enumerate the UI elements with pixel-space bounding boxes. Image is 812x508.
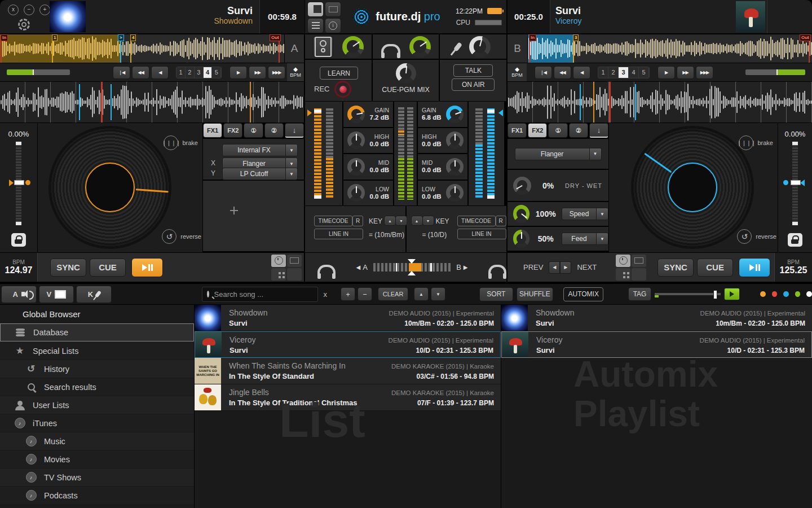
- deck-a-progress-bar[interactable]: [7, 69, 70, 75]
- page-4[interactable]: 4: [204, 67, 213, 78]
- deck-a-pitch-slider[interactable]: [16, 142, 21, 225]
- fx-engine-select[interactable]: Internal FX▼: [222, 144, 298, 156]
- out-marker[interactable]: Out: [800, 34, 811, 41]
- maximize-window-button[interactable]: +: [39, 5, 50, 15]
- deck-b-cue-button[interactable]: CUE: [697, 259, 733, 277]
- sidebar-item-itunes[interactable]: ♪iTunes: [0, 414, 194, 432]
- loop-2-button[interactable]: ②: [569, 123, 588, 138]
- fx1-tab[interactable]: FX1: [508, 123, 527, 138]
- page-3[interactable]: 3: [195, 67, 204, 78]
- step-back-button[interactable]: ◀: [573, 66, 590, 79]
- sidebar-item-database[interactable]: Database: [0, 323, 194, 341]
- crossfade-right-arrow[interactable]: ▶: [464, 264, 468, 270]
- page-4[interactable]: 4: [629, 67, 639, 78]
- skip-start-button[interactable]: ❘◀: [535, 66, 552, 79]
- deck-b-brake-button[interactable]: ❘❘❘❘ brake: [739, 135, 773, 150]
- deck-a-sync-button[interactable]: SYNC: [50, 259, 86, 277]
- page-3[interactable]: 3: [619, 67, 629, 78]
- deck-b-pitch-slider[interactable]: [792, 142, 798, 225]
- info-button[interactable]: i: [325, 18, 341, 33]
- fx2-tab[interactable]: FX2: [528, 123, 547, 138]
- speed-select[interactable]: Speed▼: [562, 208, 608, 220]
- deck-a-brake-button[interactable]: ❘❘❘❘ brake: [164, 135, 198, 150]
- talk-button[interactable]: TALK: [453, 64, 493, 77]
- deck-b-reverse-button[interactable]: ↺ reverse: [737, 229, 776, 244]
- blank-view-button[interactable]: [287, 268, 302, 281]
- sidebar-item-special-lists[interactable]: ★Special Lists: [0, 341, 194, 360]
- sidebar-item-user-lists[interactable]: User Lists: [0, 396, 194, 414]
- channel-a-volume-fader[interactable]: [314, 108, 321, 199]
- record-button[interactable]: [334, 81, 351, 98]
- next-track-button[interactable]: ▶: [560, 261, 571, 274]
- key-down-button[interactable]: ▼: [395, 216, 407, 226]
- sidebar-item-podcasts[interactable]: ♪Podcasts: [0, 486, 194, 504]
- on-air-button[interactable]: ON AIR: [452, 78, 495, 91]
- deck-a-scroll-waveform[interactable]: [0, 82, 304, 122]
- audio-filter-button[interactable]: A: [1, 286, 37, 303]
- deck-b-pitch-lock-icon[interactable]: [788, 233, 802, 247]
- prev-track-button[interactable]: ◀: [549, 261, 560, 274]
- cue-4-marker[interactable]: 4: [130, 34, 136, 41]
- out-marker[interactable]: Out: [270, 34, 281, 41]
- settings-gear-icon[interactable]: [18, 19, 30, 30]
- cue-a-headphones-icon[interactable]: [317, 265, 336, 275]
- layout-view-button[interactable]: [325, 2, 341, 17]
- fx2-tab[interactable]: FX2: [223, 123, 242, 138]
- fx1-tab[interactable]: FX1: [203, 123, 222, 138]
- rewind-button[interactable]: ◀◀: [554, 66, 571, 79]
- key-up-button[interactable]: ▲: [411, 216, 423, 226]
- automix-button[interactable]: AUTOMIX: [563, 287, 603, 301]
- skip-start-button[interactable]: ❘◀: [113, 66, 130, 79]
- sidebar-item-history[interactable]: ↺History: [0, 360, 194, 378]
- fx-y-select[interactable]: LP Cutoff▼: [222, 168, 298, 180]
- feed-knob[interactable]: [513, 230, 529, 248]
- video-filter-button[interactable]: V: [39, 286, 74, 303]
- deck-b-sync-button[interactable]: SYNC: [657, 259, 694, 277]
- pad-view-button[interactable]: [616, 268, 630, 281]
- step-forward-button[interactable]: ▶: [230, 66, 247, 79]
- headphone-volume-knob[interactable]: [409, 36, 431, 58]
- page-1[interactable]: 1: [176, 67, 186, 78]
- page-5[interactable]: 5: [639, 67, 649, 78]
- deck-a-time-display[interactable]: 00:59.8: [259, 0, 304, 33]
- page-2[interactable]: 2: [608, 67, 619, 78]
- search-clear-x[interactable]: x: [324, 290, 328, 299]
- high-knob[interactable]: [347, 132, 365, 149]
- rewind-button[interactable]: ◀◀: [132, 66, 149, 79]
- deck-a-play-button[interactable]: [131, 258, 163, 277]
- tag-dot-green[interactable]: [795, 291, 801, 297]
- rect-view-button[interactable]: [287, 255, 302, 267]
- karaoke-filter-button[interactable]: K: [76, 286, 112, 303]
- tag-slider[interactable]: [655, 293, 721, 295]
- sort-button[interactable]: SORT: [479, 287, 513, 301]
- sidebar-item-music[interactable]: ♪Music: [0, 432, 194, 450]
- deck-b-play-button[interactable]: [739, 258, 770, 277]
- deck-b-scroll-waveform[interactable]: [508, 82, 812, 122]
- tag-dot-blue[interactable]: [783, 291, 789, 297]
- crossfade-left-arrow[interactable]: ◀: [356, 264, 360, 270]
- rect-view-button[interactable]: [632, 255, 646, 267]
- line-in-button[interactable]: LINE IN: [314, 229, 363, 239]
- channel-b-volume-fader[interactable]: [487, 108, 495, 199]
- jog-view-button[interactable]: [616, 255, 630, 267]
- zoom-out-button[interactable]: −: [358, 287, 372, 301]
- high-knob[interactable]: [446, 132, 464, 149]
- cue-b-headphones-icon[interactable]: [488, 265, 506, 275]
- deck-a-reverse-button[interactable]: ↺ reverse: [162, 229, 201, 244]
- jog-view-button[interactable]: [271, 255, 286, 267]
- learn-button[interactable]: LEARN: [320, 67, 358, 80]
- sidebar-item-movies[interactable]: ♪Movies: [0, 450, 194, 468]
- table-row-selected[interactable]: ViceroyDEMO AUDIO (2015) | Experimental …: [195, 331, 501, 358]
- sidebar-item-search-results[interactable]: Search results: [0, 378, 194, 396]
- page-5[interactable]: 5: [212, 67, 221, 78]
- gain-knob[interactable]: [446, 106, 464, 123]
- loop-1-button[interactable]: ①: [244, 123, 263, 138]
- move-up-button[interactable]: ▲: [414, 287, 429, 301]
- tag-play-button[interactable]: [724, 288, 740, 300]
- loop-marker[interactable]: >: [118, 34, 124, 41]
- mic-volume-knob[interactable]: [469, 36, 491, 58]
- deck-a-jog-wheel[interactable]: [50, 128, 170, 247]
- cue-3-marker[interactable]: 3: [573, 34, 579, 41]
- zoom-in-button[interactable]: +: [341, 287, 355, 301]
- low-knob[interactable]: [347, 184, 365, 202]
